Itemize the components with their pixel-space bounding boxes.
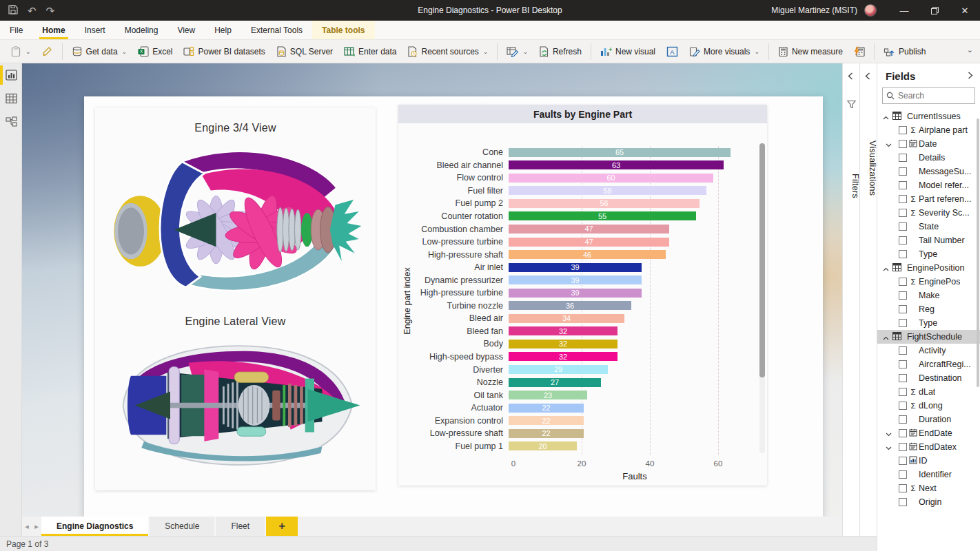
expand-filters-chevron[interactable] xyxy=(848,70,853,83)
field-checkbox[interactable] xyxy=(899,415,907,424)
field-row-tail-number[interactable]: Tail Number xyxy=(877,233,980,247)
chart-bar-row[interactable]: Nozzle27 xyxy=(398,376,757,389)
field-row-details[interactable]: Details xyxy=(877,151,980,165)
table-row-currentissues[interactable]: CurrentIssues xyxy=(877,110,980,123)
save-icon[interactable] xyxy=(8,5,18,16)
refresh-button[interactable]: Refresh xyxy=(533,42,587,61)
field-row-dlong[interactable]: ΣdLong xyxy=(877,399,980,413)
bar[interactable]: 60 xyxy=(509,174,713,183)
bar[interactable]: 23 xyxy=(509,391,587,399)
field-checkbox[interactable] xyxy=(899,402,907,410)
bar[interactable]: 36 xyxy=(509,301,631,310)
ribbon-tab-modeling[interactable]: Modeling xyxy=(115,21,168,39)
field-checkbox[interactable] xyxy=(899,154,907,162)
collapse-ribbon-chevron[interactable]: ⌄ xyxy=(967,45,973,54)
bar[interactable]: 58 xyxy=(509,186,706,195)
table-row-enginepositions[interactable]: EnginePositions xyxy=(877,261,980,275)
faults-bar-chart-visual[interactable]: Faults by Engine Part Cone65Bleed air ch… xyxy=(398,105,767,486)
field-checkbox[interactable] xyxy=(899,374,907,382)
chart-bar-row[interactable]: Diverter29 xyxy=(398,363,757,376)
ribbon-tab-table-tools[interactable]: Table tools xyxy=(312,21,374,39)
undo-icon[interactable]: ↶ xyxy=(28,6,37,16)
ribbon-tab-external-tools[interactable]: External Tools xyxy=(241,21,312,39)
field-checkbox[interactable] xyxy=(899,250,907,258)
field-checkbox[interactable] xyxy=(899,484,907,492)
bar[interactable]: 22 xyxy=(509,416,584,425)
field-checkbox[interactable] xyxy=(899,470,907,479)
sql-server-button[interactable]: SQL Server xyxy=(271,42,338,61)
field-row-type[interactable]: Type xyxy=(877,316,980,330)
get-data-button[interactable]: Get data⌄ xyxy=(66,42,133,61)
field-row-duration[interactable]: Duration xyxy=(877,413,980,426)
field-checkbox[interactable] xyxy=(899,360,907,368)
field-checkbox[interactable] xyxy=(899,388,907,396)
publish-button[interactable]: Publish xyxy=(878,42,931,61)
bar[interactable]: 46 xyxy=(509,250,666,259)
bar[interactable]: 32 xyxy=(509,326,617,335)
chart-bar-row[interactable]: Air inlet39 xyxy=(398,261,757,274)
page-tab-schedule[interactable]: Schedule xyxy=(150,517,216,536)
chart-bar-row[interactable]: Oil tank23 xyxy=(398,388,757,402)
page-tab-engine-diagnostics[interactable]: Engine Diagnostics xyxy=(41,517,150,536)
field-checkbox[interactable] xyxy=(899,429,907,437)
field-checkbox[interactable] xyxy=(899,305,907,313)
ribbon-tab-insert[interactable]: Insert xyxy=(75,21,115,39)
bar[interactable]: 32 xyxy=(509,352,617,361)
bar[interactable]: 39 xyxy=(509,276,642,284)
field-row-next[interactable]: ΣNext xyxy=(877,481,980,495)
ribbon-tab-view[interactable]: View xyxy=(167,21,205,39)
field-row-enginepos[interactable]: ΣEnginePos xyxy=(877,275,980,289)
field-checkbox[interactable] xyxy=(899,236,907,245)
bar[interactable]: 63 xyxy=(509,160,724,169)
bar[interactable]: 22 xyxy=(509,404,584,413)
quick-measure-button[interactable] xyxy=(848,42,870,61)
report-view-button[interactable] xyxy=(0,63,22,87)
minimize-button[interactable]: — xyxy=(889,0,919,21)
visualizations-pane-collapsed[interactable]: Visualizations xyxy=(859,63,877,536)
chart-bar-row[interactable]: Fuel filter58 xyxy=(398,185,757,198)
new-page-button[interactable]: + xyxy=(266,517,298,536)
more-visuals-button[interactable]: More visuals⌄ xyxy=(684,42,765,61)
bar[interactable]: 29 xyxy=(509,365,608,374)
field-row-aircraftregi-[interactable]: AircraftRegi... xyxy=(877,357,980,371)
field-row-enddate[interactable]: EndDate xyxy=(877,426,980,440)
bar[interactable]: 22 xyxy=(509,429,584,438)
new-measure-button[interactable]: New measure xyxy=(773,42,848,61)
chart-bar-row[interactable]: Cone65 xyxy=(398,146,757,159)
field-checkbox[interactable] xyxy=(899,443,907,451)
field-row-identifier[interactable]: Identifier xyxy=(877,468,980,481)
excel-button[interactable]: X Excel xyxy=(132,42,178,61)
chart-bar-row[interactable]: High-pressure shaft46 xyxy=(398,248,757,261)
model-view-button[interactable] xyxy=(0,110,22,134)
chart-bar-row[interactable]: Actuator22 xyxy=(398,402,757,415)
expand-field-chevron[interactable] xyxy=(886,429,892,439)
field-checkbox[interactable] xyxy=(899,126,907,134)
chart-bar-row[interactable]: Bleed air channel63 xyxy=(398,159,757,172)
chart-bar-row[interactable]: High-speed bypass32 xyxy=(398,351,757,364)
bar[interactable]: 47 xyxy=(509,225,669,233)
field-checkbox[interactable] xyxy=(899,498,907,506)
chart-bar-row[interactable]: High-pressure turbine39 xyxy=(398,287,757,300)
engine-views-visual[interactable]: Engine 3/4 View xyxy=(95,107,376,490)
fields-search-input[interactable] xyxy=(898,91,967,101)
chart-bar-row[interactable]: Combustion chamber47 xyxy=(398,222,757,236)
report-page[interactable]: Engine 3/4 View xyxy=(84,96,823,518)
report-canvas[interactable]: Engine 3/4 View xyxy=(22,63,842,517)
bar[interactable]: 39 xyxy=(509,289,642,298)
chart-bar-row[interactable]: Bleed fan32 xyxy=(398,325,757,338)
field-checkbox[interactable] xyxy=(899,457,907,465)
text-box-button[interactable]: A xyxy=(661,42,684,61)
restore-button[interactable] xyxy=(919,0,950,21)
filters-pane-collapsed[interactable]: Filters xyxy=(842,63,859,536)
paste-button[interactable]: ⌄ xyxy=(6,42,37,61)
bar[interactable]: 47 xyxy=(509,238,669,247)
bar[interactable]: 55 xyxy=(509,211,696,220)
chart-bar-row[interactable]: Body32 xyxy=(398,337,757,351)
table-row-fightschedule[interactable]: FightSchedule xyxy=(877,330,980,344)
field-row-date[interactable]: Date xyxy=(877,137,980,151)
field-row-activity[interactable]: Activity xyxy=(877,344,980,357)
field-checkbox[interactable] xyxy=(899,278,907,286)
bar[interactable]: 39 xyxy=(509,263,642,272)
user-avatar[interactable] xyxy=(864,4,877,17)
page-nav-right-arrow[interactable]: ▸ xyxy=(32,517,41,536)
